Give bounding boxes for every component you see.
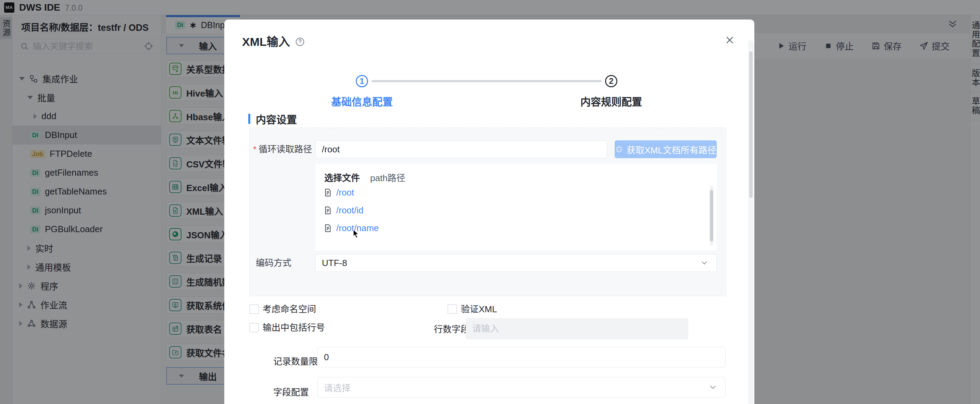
mouse-cursor [352,229,360,240]
step-1-label[interactable]: 基础信息配置 [307,94,417,108]
rownum-field-input[interactable] [466,318,688,339]
document-icon [324,206,331,215]
document-icon [324,188,331,197]
validate-xml-checkbox-label[interactable]: 验证XML [461,304,497,315]
encoding-select[interactable]: UTF-8 [315,254,717,272]
path-row-root[interactable]: /root [324,183,717,201]
record-limit-input[interactable] [317,347,725,367]
step-1-circle: 1 [356,75,368,87]
section-title: 内容设置 [256,111,297,126]
step-2-circle: 2 [605,75,617,87]
path-link[interactable]: /root [336,187,354,198]
fetch-button-label: 获取XML文档所有路径 [627,143,716,156]
validate-xml-checkbox[interactable] [447,304,457,314]
xml-input-modal: XML输入 1 2 基础信息配置 内容规则配置 内容设置 *循环读取路径 获取X… [224,19,754,404]
col-select-file: 选择文件 [324,171,360,183]
step-connector [372,80,601,82]
modal-title: XML输入 [242,33,290,49]
namespace-checkbox[interactable] [249,304,259,314]
field-config-label: 字段配置 [273,387,309,398]
include-rownum-checkbox[interactable] [249,323,259,332]
include-rownum-checkbox-label[interactable]: 输出中包括行号 [262,322,325,333]
xml-path-list: 选择文件 path路径 /root /root/id /root/name [315,164,717,250]
loading-spinner-icon [615,145,623,153]
help-icon[interactable] [295,37,305,47]
loop-path-label: *循环读取路径 [253,143,312,155]
col-path: path路径 [370,171,406,183]
namespace-checkbox-label[interactable]: 考虑命名空间 [262,304,316,315]
step-2-label[interactable]: 内容规则配置 [557,94,666,108]
fetch-xml-paths-button[interactable]: 获取XML文档所有路径 [615,140,717,158]
encoding-value: UTF-8 [322,258,347,269]
content-settings-section: 内容设置 [248,111,297,126]
path-list-header: 选择文件 path路径 [324,171,717,183]
field-config-select[interactable]: 请选择 [317,377,725,398]
path-row-root-id[interactable]: /root/id [324,201,717,219]
loop-path-input[interactable] [315,140,607,158]
section-accent-bar [248,114,250,124]
document-icon [324,224,331,232]
list-scrollbar-thumb[interactable] [710,190,713,241]
chevron-down-icon [700,259,709,267]
rownum-field-label: 行数字段 [434,323,469,335]
chevron-down-icon [708,382,718,392]
close-icon[interactable] [725,35,735,45]
path-row-root-name[interactable]: /root/name [324,219,717,237]
modal-scrollbar-thumb[interactable] [749,51,752,198]
required-asterisk: * [253,144,256,154]
encoding-label: 编码方式 [256,257,291,269]
field-config-placeholder: 请选择 [324,381,351,394]
content-settings-panel: *循环读取路径 获取XML文档所有路径 选择文件 path路径 /root /r… [249,128,726,296]
path-link[interactable]: /root/id [336,205,364,216]
